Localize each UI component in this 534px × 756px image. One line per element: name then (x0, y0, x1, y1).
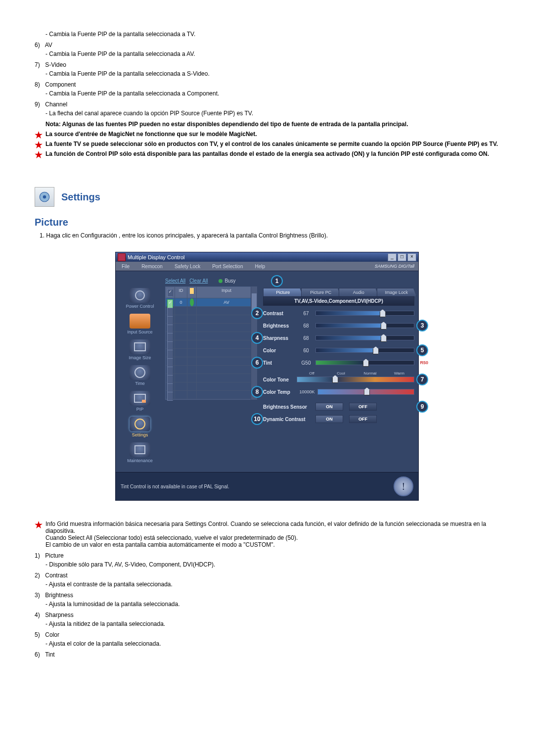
star-icon: ★ (35, 149, 43, 160)
colortemp-value: 10000K (297, 389, 317, 394)
item-desc: - Ajusta el contraste de la pantalla sel… (45, 580, 499, 589)
item-num: 6) (35, 41, 44, 49)
sharpness-slider[interactable] (315, 335, 414, 340)
col-id[interactable]: ID (175, 287, 187, 298)
col-checkbox[interactable] (166, 287, 175, 298)
item-desc: - Cambia la Fuente PIP de la pantalla se… (45, 30, 499, 39)
grid-row[interactable] (166, 357, 257, 366)
grid-header: ID Input (166, 287, 257, 298)
star-icon: ★ (35, 130, 43, 141)
brand-label: SAMSUNG DIGITall (271, 263, 418, 270)
app-icon (118, 253, 126, 261)
grid-row[interactable] (166, 349, 257, 357)
star-text: La función de Control PIP sólo está disp… (45, 150, 489, 157)
item-title: S-Video (45, 61, 66, 68)
star-note: ★ La función de Control PIP sólo está di… (35, 150, 499, 157)
center-panel: Select All Clear All Busy ID Input (164, 276, 259, 472)
grid-row[interactable] (166, 307, 257, 315)
grid-row[interactable] (166, 340, 257, 349)
sidebar-item-pip[interactable]: PIP (130, 391, 150, 412)
menu-help[interactable]: Help (249, 263, 271, 270)
maintenance-icon (130, 442, 150, 457)
callout-7: 7 (416, 374, 428, 385)
sidebar-item-power-control[interactable]: Power Control (126, 288, 154, 309)
list-item: 6) Tint (35, 650, 499, 659)
sidebar-item-image-size[interactable]: Image Size (129, 339, 151, 360)
list-item: 3) Brightness - Ajusta la luminosidad de… (35, 591, 499, 609)
contrast-value: 67 (297, 311, 315, 316)
tab-picture[interactable]: Picture (263, 288, 303, 296)
item-num: 2) (35, 571, 44, 580)
row-checkbox[interactable] (167, 392, 173, 401)
grid-row[interactable] (166, 324, 257, 332)
colortone-row: Color Tone Off Cool Normal Warm 7 (263, 375, 414, 384)
intro-num: 1. (40, 232, 44, 239)
sidebar-item-settings[interactable]: Settings (130, 417, 150, 437)
sidebar-label: Input Source (127, 330, 152, 334)
intro-line: 1. Haga clic en Configuración , entre lo… (40, 232, 499, 239)
brightness-slider[interactable] (315, 323, 414, 328)
item-num: 6) (35, 650, 44, 659)
tab-audio[interactable]: Audio (339, 288, 379, 296)
contrast-slider[interactable] (315, 311, 414, 316)
sharpness-value: 68 (297, 335, 315, 341)
grid-row[interactable] (166, 382, 257, 391)
settings-panel: 1 Picture Picture PC Audio Image Lock TV… (259, 276, 418, 472)
col-status[interactable] (187, 287, 197, 298)
close-button[interactable]: × (407, 253, 416, 261)
menu-file[interactable]: File (116, 263, 135, 270)
brightness-label: Brightness (263, 323, 297, 329)
menu-remocon[interactable]: Remocon (135, 263, 169, 270)
grid-row[interactable] (166, 374, 257, 382)
sidebar-label: Settings (130, 432, 150, 437)
select-all-button[interactable]: Select All (165, 278, 185, 284)
item-desc: - La flecha del canal aparece cuando la … (45, 109, 499, 118)
col-input[interactable]: Input (197, 287, 257, 298)
dynamic-contrast-off-button[interactable]: OFF (349, 415, 377, 423)
note-text: Nota: Algunas de las fuentes PIP pueden … (45, 121, 499, 128)
tint-slider[interactable] (315, 360, 414, 365)
menu-port-selection[interactable]: Port Selection (206, 263, 249, 270)
item-desc: - Cambia la Fuente PIP de la pantalla se… (45, 89, 499, 98)
clear-all-button[interactable]: Clear All (189, 278, 208, 284)
list-item: 5) Color - Ajusta el color de la pantall… (35, 630, 499, 648)
maximize-button[interactable]: □ (398, 253, 406, 261)
sidebar-item-input-source[interactable]: Input Source (127, 314, 152, 334)
sidebar-item-maintenance[interactable]: Maintenance (127, 442, 153, 463)
sidebar-item-time[interactable]: Time (130, 365, 150, 386)
menu-safety-lock[interactable]: Safety Lock (169, 263, 206, 270)
color-slider[interactable] (315, 348, 414, 353)
section-title: Settings (61, 191, 100, 203)
grid-row[interactable] (166, 391, 257, 399)
colortemp-slider[interactable] (317, 389, 414, 395)
item-num: 3) (35, 591, 44, 600)
brightness-sensor-on-button[interactable]: ON (315, 403, 343, 411)
contrast-row: 2 Contrast 67 (263, 308, 414, 318)
input-source-icon (130, 314, 150, 329)
busy-indicator: Busy (219, 278, 235, 284)
color-label: Color (263, 348, 297, 353)
power-icon (130, 288, 150, 303)
info-grid: ID Input 0 AV (165, 286, 257, 400)
grid-row[interactable] (166, 315, 257, 324)
window-titlebar[interactable]: Multiple Display Control _□× (116, 252, 418, 262)
tabs: Picture Picture PC Audio Image Lock (263, 288, 414, 296)
sharpness-label: Sharpness (263, 335, 297, 341)
brightness-sensor-off-button[interactable]: OFF (349, 403, 377, 411)
tab-image-lock[interactable]: Image Lock (377, 288, 417, 296)
dynamic-contrast-on-button[interactable]: ON (315, 415, 343, 423)
grid-row[interactable] (166, 332, 257, 340)
dynamic-contrast-row: 10 Dynamic Contrast ON OFF (263, 414, 414, 424)
star-icon: ★ (35, 520, 43, 530)
colortone-slider[interactable]: Off Cool Normal Warm (297, 377, 414, 382)
tint-r-value: R50 (420, 360, 428, 365)
colortone-label: Color Tone (263, 377, 297, 382)
tone-option: Warm (385, 371, 414, 376)
item-title: Brightness (45, 592, 73, 599)
busy-dot-icon (219, 279, 222, 283)
tone-option: Off (297, 371, 326, 376)
tab-picture-pc[interactable]: Picture PC (301, 288, 341, 296)
grid-row[interactable] (166, 366, 257, 374)
minimize-button[interactable]: _ (388, 253, 397, 261)
grid-row[interactable]: 0 AV (166, 298, 257, 307)
